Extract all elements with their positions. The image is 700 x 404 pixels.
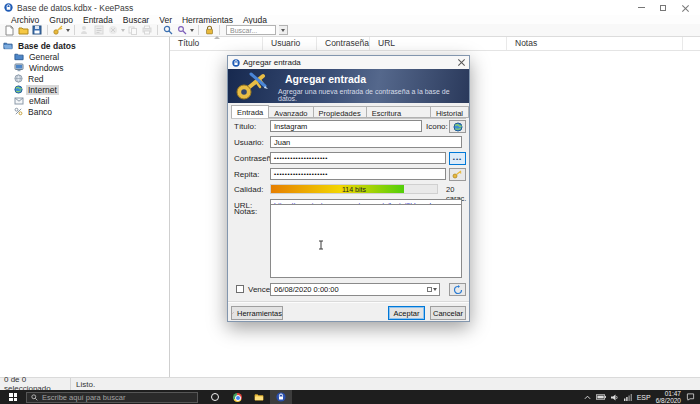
new-database-icon[interactable] (3, 25, 15, 36)
minimize-button[interactable] (630, 0, 652, 15)
percent-icon (14, 107, 23, 116)
tree-item-label: Red (26, 74, 46, 84)
column-header-contrasena[interactable]: Contraseña (317, 37, 370, 50)
column-header-spacer (683, 37, 700, 50)
tree-item-internet[interactable]: Internet (0, 84, 169, 95)
tab-propiedades[interactable]: Propiedades (314, 106, 367, 118)
taskbar: Escribe aquí para buscar ESP 01:47 6/8/2… (0, 390, 700, 404)
battery-icon[interactable] (596, 394, 606, 400)
menu-buscar[interactable]: Buscar (118, 15, 154, 25)
open-database-icon[interactable] (17, 25, 29, 36)
show-password-button[interactable]: ••• (449, 152, 466, 165)
column-header-url[interactable]: URL (370, 37, 507, 50)
contrasena-input[interactable]: •••••••••••••••••••• (270, 152, 446, 164)
lock-workspace-icon[interactable] (203, 25, 215, 36)
toolbar-separator (47, 25, 48, 35)
column-header-titulo[interactable]: Título (170, 37, 263, 50)
tray-time: 01:47 (656, 390, 681, 397)
tree-item-email[interactable]: eMail (0, 95, 169, 106)
usuario-input[interactable]: Juan (270, 136, 462, 148)
chrome-button[interactable] (226, 390, 248, 404)
tab-avanzado[interactable]: Avanzado (269, 106, 313, 118)
keepass-dialog-icon (232, 59, 240, 67)
tray-date: 6/8/2020 (656, 397, 681, 404)
repita-input[interactable]: •••••••••••••••••••• (270, 168, 446, 180)
tree-item-red[interactable]: Red (0, 73, 169, 84)
search-icon[interactable] (162, 25, 174, 36)
keyboard-language[interactable]: ESP (637, 394, 651, 401)
menu-archivo[interactable]: Archivo (6, 15, 44, 25)
file-explorer-button[interactable] (248, 390, 270, 404)
close-button[interactable] (674, 0, 696, 15)
menu-entrada[interactable]: Entrada (78, 15, 118, 25)
entry-dropdown-icon[interactable] (121, 29, 125, 32)
chevron-down-icon (433, 288, 437, 291)
aceptar-button[interactable]: Aceptar (388, 306, 425, 320)
tab-entrada[interactable]: Entrada (231, 105, 269, 118)
clock[interactable]: 01:47 6/8/2020 (656, 390, 681, 404)
tree-item-label: General (27, 52, 61, 62)
calendar-dropdown-button[interactable] (427, 287, 437, 292)
tree-item-general[interactable]: General (0, 51, 169, 62)
add-entry-dialog: Agregar entrada Agregar entrada Agregar … (227, 55, 470, 322)
copy-entry-icon[interactable] (127, 25, 139, 36)
delete-entry-icon[interactable] (107, 25, 119, 36)
notas-textarea[interactable] (270, 204, 462, 278)
print-icon[interactable] (141, 25, 153, 36)
tree-item-windows[interactable]: Windows (0, 62, 169, 73)
cancelar-button[interactable]: Cancelar (430, 306, 466, 320)
titulo-input[interactable]: Instagram (270, 120, 422, 132)
maximize-button[interactable] (652, 0, 674, 15)
entry-list-header: Título Usuario Contraseña URL Notas (170, 37, 700, 51)
find-options-icon[interactable] (176, 25, 188, 36)
envelope-icon (14, 97, 24, 105)
expiry-presets-button[interactable] (449, 283, 466, 296)
network-globe-icon (14, 74, 23, 83)
taskbar-search-input[interactable]: Escribe aquí para buscar (26, 392, 198, 403)
network-icon[interactable] (624, 394, 632, 401)
menu-grupo[interactable]: Grupo (44, 15, 78, 25)
menu-ayuda[interactable]: Ayuda (238, 15, 272, 25)
system-tray: ESP 01:47 6/8/2020 (584, 390, 700, 404)
start-button[interactable] (0, 390, 26, 404)
notification-icon[interactable] (686, 393, 695, 401)
speaker-icon[interactable] (611, 394, 619, 401)
quick-search-input[interactable]: Buscar... (226, 25, 276, 35)
add-key-icon[interactable] (52, 25, 64, 36)
key-gen-icon (452, 170, 463, 179)
add-entry-icon[interactable] (79, 25, 91, 36)
keepass-app-icon (4, 3, 13, 12)
chevron-down-icon (281, 29, 285, 32)
column-header-notas[interactable]: Notas (507, 37, 683, 50)
generate-password-button[interactable] (449, 168, 466, 181)
tree-item-label: Base de datos (16, 41, 78, 51)
vence-date-input[interactable]: 06/08/2020 0:00:00 (270, 283, 440, 296)
icon-picker-button[interactable] (449, 120, 466, 133)
herramientas-label: Herramientas (237, 309, 282, 318)
dialog-banner: Agregar entrada Agregar una nueva entrad… (228, 69, 469, 103)
chevron-up-icon[interactable] (584, 395, 591, 400)
save-database-icon[interactable] (31, 25, 43, 36)
tools-icon (232, 309, 234, 317)
vence-checkbox[interactable] (236, 285, 244, 293)
icono-label: Icono: (426, 122, 448, 131)
add-key-dropdown-icon[interactable] (66, 29, 70, 32)
tab-historial[interactable]: Historial (431, 106, 469, 118)
keepass-taskbar-button[interactable] (270, 390, 292, 404)
tree-item-banco[interactable]: Banco (0, 106, 169, 117)
windows-logo-icon (9, 393, 17, 401)
tree-item-root[interactable]: Base de datos (0, 40, 169, 51)
tree-item-label: Banco (26, 107, 54, 117)
cortana-button[interactable] (204, 390, 226, 404)
edit-entry-icon[interactable] (93, 25, 105, 36)
column-header-usuario[interactable]: Usuario (263, 37, 317, 50)
quick-search-dropdown[interactable] (279, 25, 288, 35)
herramientas-button[interactable]: Herramientas (231, 306, 283, 320)
banner-title: Agregar entrada (285, 73, 366, 85)
close-icon (682, 4, 689, 11)
tab-escritura-automatica[interactable]: Escritura automática (367, 106, 431, 118)
menu-herramientas[interactable]: Herramientas (177, 15, 238, 25)
menu-ver[interactable]: Ver (154, 15, 177, 25)
find-dropdown-icon[interactable] (190, 29, 194, 32)
dialog-close-button[interactable] (458, 59, 465, 66)
